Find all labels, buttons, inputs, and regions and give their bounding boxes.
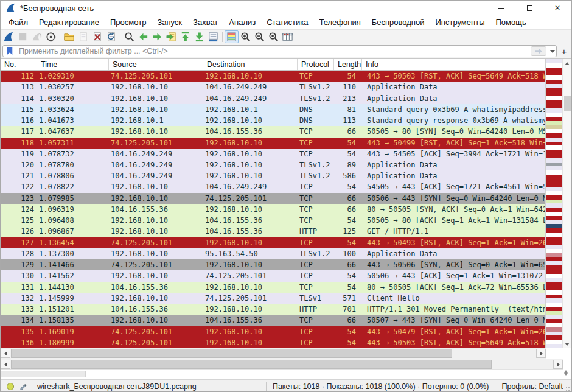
- minimap-stripe: [546, 138, 562, 142]
- packet-row[interactable]: 1141.030320192.168.10.10104.16.249.249TL…: [1, 93, 545, 104]
- start-capture-icon[interactable]: [2, 30, 16, 43]
- column-header-protocol[interactable]: Protocol: [298, 59, 334, 70]
- packet-row[interactable]: 1361.18099974.125.205.101192.168.10.10TC…: [1, 337, 545, 348]
- packet-row[interactable]: 1291.14146674.125.205.101192.168.10.10TC…: [1, 259, 545, 270]
- menu-item-view[interactable]: Просмотр: [105, 16, 152, 29]
- packet-row[interactable]: 1251.096408192.168.10.10104.16.155.36TCP…: [1, 215, 545, 226]
- zoom-out-icon[interactable]: [253, 30, 267, 43]
- go-back-icon[interactable]: [136, 30, 150, 43]
- maximize-icon: [527, 5, 532, 11]
- packet-row[interactable]: 1331.151201104.16.155.36192.168.10.10HTT…: [1, 304, 545, 315]
- find-packet-icon[interactable]: [122, 30, 136, 43]
- cell-destination: 104.16.249.249: [203, 93, 298, 104]
- vertical-scrollbar-thumb[interactable]: [564, 96, 571, 111]
- packet-row[interactable]: 1161.041673192.168.10.1192.168.10.10DNS1…: [1, 115, 545, 126]
- menu-item-file[interactable]: Файл: [3, 16, 33, 29]
- minimap-stripe: [546, 220, 562, 224]
- zoom-in-icon[interactable]: [239, 30, 253, 43]
- go-forward-icon[interactable]: [150, 30, 164, 43]
- packet-row[interactable]: 1151.033624192.168.10.10192.168.10.1DNS8…: [1, 104, 545, 115]
- menu-item-capture[interactable]: Захват: [187, 16, 223, 29]
- cell-info: Standard query response 0x3b69 A whatism…: [362, 115, 545, 126]
- packet-row[interactable]: 1171.047637192.168.10.10104.16.155.36TCP…: [1, 126, 545, 137]
- packet-row[interactable]: 1191.078732104.16.249.249192.168.10.10TC…: [1, 149, 545, 159]
- packet-row[interactable]: 1341.158135192.168.10.10104.16.155.36TCP…: [1, 315, 545, 326]
- packet-row[interactable]: 1131.030257192.168.10.10104.16.249.249TL…: [1, 82, 545, 93]
- column-header-destination[interactable]: Destination: [203, 59, 298, 70]
- secondary-hscrollbar[interactable]: [1, 359, 563, 370]
- menu-item-edit[interactable]: Редактирование: [33, 16, 105, 29]
- minimap-stripe: [546, 216, 562, 220]
- resize-grip[interactable]: [565, 387, 570, 391]
- profile-button[interactable]: Профиль: Default: [495, 382, 571, 391]
- cell-info: 50507 → 443 [SYN] Seq=0 Win=64240 Len=0 …: [362, 315, 545, 326]
- minimize-button[interactable]: [487, 1, 515, 15]
- packet-row[interactable]: 1181.05731174.125.205.101192.168.10.10TC…: [1, 138, 545, 149]
- packet-row[interactable]: 1241.096319104.16.155.36192.168.10.10TCP…: [1, 204, 545, 215]
- display-filter-input[interactable]: [16, 46, 531, 57]
- packet-row[interactable]: 1281.137300192.168.10.1095.163.54.50TLSv…: [1, 248, 545, 259]
- menu-item-tools[interactable]: Инструменты: [430, 16, 490, 29]
- capture-options-icon[interactable]: [44, 30, 58, 43]
- hscrollbar2-thumb[interactable]: [11, 360, 492, 369]
- reload-file-icon[interactable]: [104, 30, 118, 43]
- minimap-stripe: [546, 290, 562, 295]
- scroll-up-button[interactable]: [563, 59, 571, 68]
- cell-no: 118: [1, 138, 37, 149]
- menu-item-analyze[interactable]: Анализ: [223, 16, 261, 29]
- packet-row[interactable]: 1301.141562192.168.10.1074.125.205.101TC…: [1, 270, 545, 281]
- menu-item-help[interactable]: Помощь: [490, 16, 532, 29]
- filter-dropdown-button[interactable]: [548, 46, 556, 57]
- hscrollbar-thumb[interactable]: [11, 349, 452, 358]
- column-header-source[interactable]: Source: [109, 59, 203, 70]
- column-header-info[interactable]: Info: [362, 59, 545, 70]
- menu-item-go[interactable]: Запуск: [152, 16, 187, 29]
- restart-capture-icon[interactable]: [30, 30, 44, 43]
- mini-scroll-arrows[interactable]: [564, 370, 568, 376]
- zoom-original-icon[interactable]: [267, 30, 281, 43]
- packet-row[interactable]: 1351.16901974.125.205.101192.168.10.10TC…: [1, 326, 545, 337]
- menu-item-statistics[interactable]: Статистика: [261, 16, 313, 29]
- menu-item-telephony[interactable]: Телефония: [313, 16, 366, 29]
- add-filter-button[interactable]: +: [559, 46, 570, 57]
- resize-columns-icon[interactable]: [281, 30, 295, 43]
- collapsed-pane-scrollbar[interactable]: [1, 371, 86, 377]
- close-button[interactable]: ✕: [543, 1, 571, 15]
- go-first-icon[interactable]: [178, 30, 192, 43]
- filter-bookmark-icon[interactable]: [3, 46, 16, 57]
- close-file-icon[interactable]: [90, 30, 104, 43]
- scroll-down-button[interactable]: [563, 340, 571, 348]
- colorize-icon[interactable]: [225, 30, 239, 43]
- maximize-button[interactable]: [515, 1, 543, 15]
- cell-info: 443 → 50506 [SYN, ACK] Seq=0 Ack=1 Win=6…: [362, 259, 545, 270]
- packet-row[interactable]: 1201.078780104.16.249.249192.168.10.10TL…: [1, 159, 545, 170]
- go-last-icon[interactable]: [192, 30, 206, 43]
- vertical-scrollbar[interactable]: [562, 59, 571, 348]
- packet-list-hscrollbar[interactable]: [1, 348, 546, 359]
- apply-filter-button[interactable]: [531, 46, 546, 56]
- packet-row[interactable]: 1231.079985192.168.10.1074.125.205.101TC…: [1, 193, 545, 204]
- save-file-icon[interactable]: [76, 30, 90, 43]
- hscroll2-left-button[interactable]: [1, 360, 10, 369]
- packet-row[interactable]: 1311.144130104.16.155.36192.168.10.10TCP…: [1, 282, 545, 293]
- packet-row[interactable]: 1321.145999192.168.10.1074.125.205.101TL…: [1, 293, 545, 304]
- column-header-length[interactable]: Length: [334, 59, 362, 70]
- intelligent-scrollbar-minimap[interactable]: [545, 59, 562, 348]
- open-file-icon[interactable]: [62, 30, 76, 43]
- go-to-packet-icon[interactable]: [164, 30, 178, 43]
- menu-item-wireless[interactable]: Беспроводной: [366, 16, 430, 29]
- column-header-no[interactable]: No.: [1, 59, 37, 70]
- stop-capture-icon[interactable]: [16, 30, 30, 43]
- packet-row[interactable]: 1211.078806104.16.249.249192.168.10.10TL…: [1, 170, 545, 181]
- hscroll-left-button[interactable]: [1, 349, 10, 358]
- column-header-time[interactable]: Time: [37, 59, 109, 70]
- packet-row[interactable]: 1271.13645474.125.205.101192.168.10.10TC…: [1, 237, 545, 248]
- capture-comment-icon[interactable]: [18, 382, 29, 391]
- hscroll2-right-button[interactable]: [553, 360, 563, 369]
- packet-row[interactable]: 1221.078822192.168.10.10104.16.249.249TC…: [1, 181, 545, 192]
- hscroll-right-button[interactable]: [536, 349, 546, 358]
- auto-scroll-icon[interactable]: [206, 30, 220, 43]
- packet-row[interactable]: 1261.096867192.168.10.10104.16.155.36HTT…: [1, 226, 545, 237]
- packet-row[interactable]: 1121.02931074.125.205.101192.168.10.10TC…: [1, 71, 545, 82]
- expert-info-icon[interactable]: [7, 383, 14, 390]
